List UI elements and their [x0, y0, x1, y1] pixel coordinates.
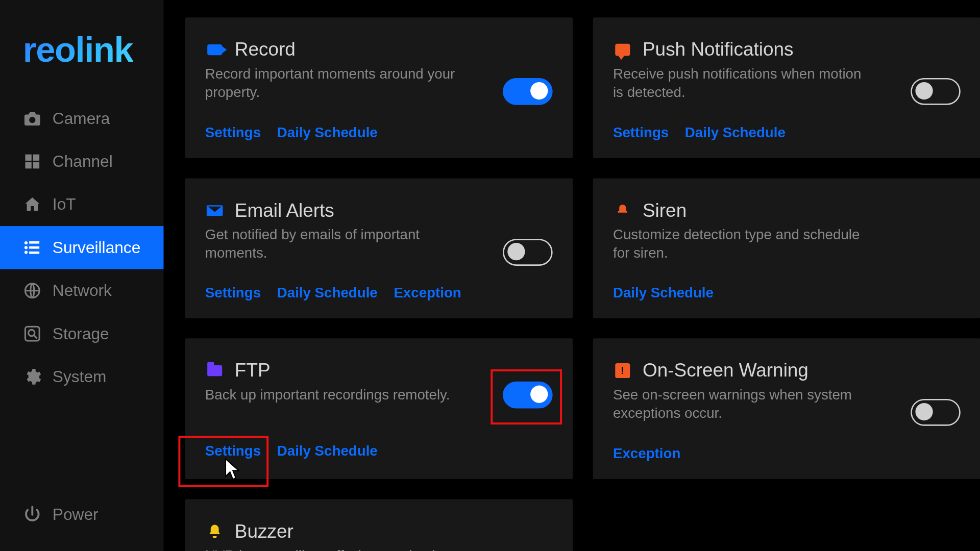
email-daily-link[interactable]: Daily Schedule — [277, 285, 378, 301]
svg-line-13 — [34, 335, 37, 338]
ftp-settings-link[interactable]: Settings — [205, 443, 261, 459]
svg-rect-9 — [29, 252, 39, 254]
sidebar-item-label: Network — [53, 281, 112, 300]
sidebar-item-label: Storage — [53, 324, 109, 343]
sidebar-item-channel[interactable]: Channel — [0, 140, 163, 183]
card-onscreen-warning: ! On-Screen Warning See on-screen warnin… — [593, 339, 980, 479]
ftp-toggle[interactable] — [503, 382, 553, 409]
bell-icon — [205, 522, 224, 541]
svg-rect-3 — [33, 162, 39, 168]
record-daily-link[interactable]: Daily Schedule — [277, 124, 378, 140]
sidebar-item-network[interactable]: Network — [0, 269, 163, 312]
email-toggle[interactable] — [503, 239, 553, 266]
card-title: Siren — [643, 199, 687, 221]
cursor-icon — [224, 457, 241, 480]
card-desc: Back up important recordings remotely. — [205, 386, 461, 404]
push-daily-link[interactable]: Daily Schedule — [685, 124, 786, 140]
sidebar-item-camera[interactable]: Camera — [0, 97, 163, 140]
mail-icon — [205, 201, 224, 220]
svg-rect-11 — [25, 327, 39, 341]
globe-icon — [23, 281, 42, 300]
power-icon — [23, 505, 42, 524]
card-record: Record Record important moments around y… — [185, 17, 573, 158]
card-title: FTP — [235, 360, 271, 382]
svg-point-8 — [24, 251, 28, 254]
sidebar-item-label: IoT — [53, 195, 76, 214]
camera-icon — [23, 109, 42, 128]
svg-point-6 — [24, 246, 28, 249]
sidebar-item-label: Channel — [53, 152, 113, 171]
nav-list: Camera Channel IoT Surveillance Network … — [0, 97, 163, 493]
record-settings-link[interactable]: Settings — [205, 124, 261, 140]
card-desc: Record important moments around your pro… — [205, 65, 461, 102]
folder-icon — [205, 361, 224, 380]
sidebar-item-storage[interactable]: Storage — [0, 312, 163, 355]
push-toggle[interactable] — [911, 78, 961, 105]
svg-rect-7 — [29, 246, 39, 249]
power-label: Power — [53, 505, 99, 524]
list-icon — [23, 238, 42, 257]
svg-rect-0 — [25, 155, 31, 161]
main-content: Record Record important moments around y… — [163, 0, 980, 551]
card-title: Push Notifications — [643, 39, 794, 60]
sidebar-item-system[interactable]: System — [0, 355, 163, 398]
sidebar-item-surveillance[interactable]: Surveillance — [0, 226, 163, 269]
card-title: Email Alerts — [235, 199, 334, 221]
osw-toggle[interactable] — [911, 399, 961, 426]
video-icon — [205, 40, 224, 59]
power-button[interactable]: Power — [0, 493, 163, 551]
gear-icon — [23, 367, 42, 386]
card-desc: Customize detection type and schedule fo… — [613, 225, 869, 262]
card-desc: Get notified by emails of important mome… — [205, 225, 461, 262]
search-disk-icon — [23, 324, 42, 343]
brand-text: reolink — [23, 30, 133, 69]
svg-point-12 — [29, 330, 35, 336]
card-desc: See on-screen warnings when system excep… — [613, 386, 869, 422]
svg-rect-2 — [25, 162, 31, 168]
osw-exception-link[interactable]: Exception — [613, 445, 680, 462]
svg-rect-1 — [33, 155, 39, 161]
svg-point-4 — [24, 241, 28, 244]
card-title: On-Screen Warning — [643, 360, 808, 382]
card-siren: Siren Customize detection type and sched… — [593, 178, 980, 318]
push-settings-link[interactable]: Settings — [613, 124, 669, 140]
sidebar-item-label: System — [53, 367, 107, 386]
email-settings-link[interactable]: Settings — [205, 285, 261, 301]
card-desc: NVR buzzer will go off when motion is de… — [205, 546, 461, 551]
svg-rect-5 — [29, 241, 39, 244]
home-icon — [23, 195, 42, 214]
grid-icon — [23, 152, 42, 171]
surveillance-cards: Record Record important moments around y… — [185, 17, 980, 551]
card-email: Email Alerts Get notified by emails of i… — [185, 178, 573, 318]
sidebar-item-iot[interactable]: IoT — [0, 183, 163, 226]
sidebar: reolink Camera Channel IoT Surveillance … — [0, 0, 163, 551]
email-exception-link[interactable]: Exception — [394, 285, 461, 301]
chat-icon — [613, 40, 632, 59]
siren-daily-link[interactable]: Daily Schedule — [613, 285, 714, 301]
brand-logo: reolink — [0, 16, 163, 97]
card-title: Record — [235, 39, 296, 60]
sidebar-item-label: Camera — [53, 109, 110, 128]
card-push: Push Notifications Receive push notifica… — [593, 17, 980, 158]
card-title: Buzzer — [235, 520, 293, 542]
card-ftp: FTP Back up important recordings remotel… — [185, 339, 573, 479]
siren-icon — [613, 201, 632, 220]
sidebar-item-label: Surveillance — [53, 238, 140, 257]
ftp-daily-link[interactable]: Daily Schedule — [277, 443, 378, 459]
card-desc: Receive push notifications when motion i… — [613, 65, 869, 102]
card-buzzer: Buzzer NVR buzzer will go off when motio… — [185, 499, 573, 551]
warning-icon: ! — [613, 361, 632, 380]
record-toggle[interactable] — [503, 78, 553, 105]
